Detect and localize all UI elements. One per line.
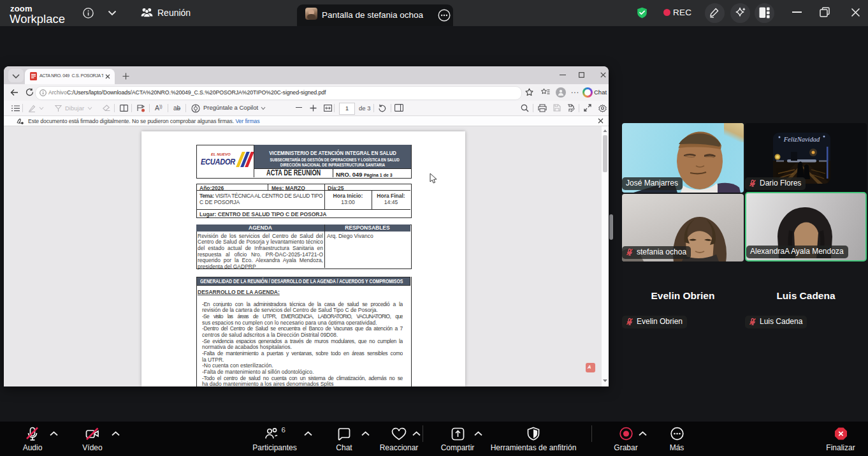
svg-text:FelizNavidad: FelizNavidad [783,136,820,143]
